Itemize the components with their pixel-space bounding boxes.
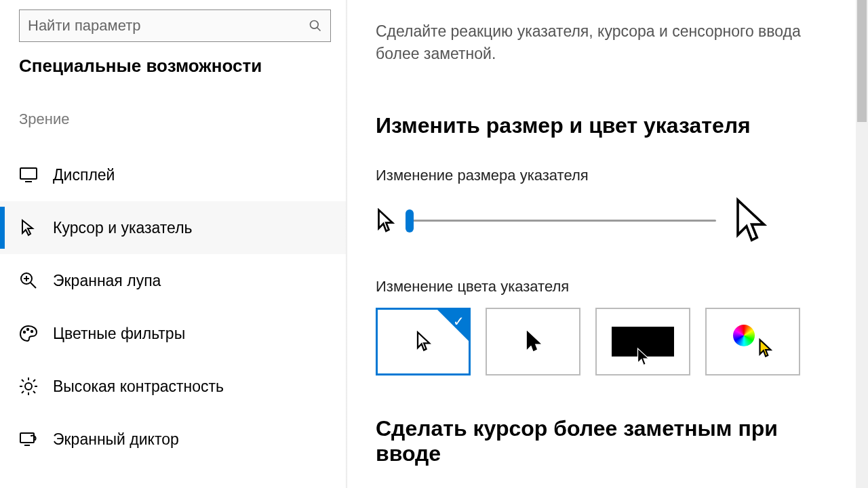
svg-line-5 bbox=[31, 283, 36, 288]
sidebar-item-label: Экранный диктор bbox=[53, 430, 179, 449]
search-input[interactable] bbox=[28, 17, 309, 35]
section-pointer-title: Изменить размер и цвет указателя bbox=[376, 113, 841, 138]
color-wheel-icon bbox=[733, 325, 755, 346]
scrollbar-thumb[interactable] bbox=[857, 0, 867, 122]
pointer-color-options: ✓ bbox=[376, 308, 841, 375]
svg-point-0 bbox=[311, 21, 319, 29]
magnifier-icon bbox=[19, 271, 38, 290]
pointer-size-row bbox=[376, 197, 769, 245]
narrator-icon bbox=[19, 430, 38, 449]
svg-point-10 bbox=[31, 331, 33, 332]
sidebar-item-display[interactable]: Дисплей bbox=[0, 148, 346, 201]
search-box[interactable] bbox=[19, 9, 331, 42]
panel-divider bbox=[346, 0, 348, 488]
sidebar-group-label: Зрение bbox=[19, 110, 346, 128]
svg-line-17 bbox=[33, 391, 35, 393]
sidebar-item-label: Экранная лупа bbox=[53, 272, 161, 290]
sidebar-item-label: Цветные фильтры bbox=[53, 325, 185, 343]
svg-point-8 bbox=[24, 331, 25, 333]
sidebar-item-narrator[interactable]: Экранный диктор bbox=[0, 413, 346, 466]
sidebar-item-label: Высокая контрастность bbox=[53, 378, 224, 396]
content-panel: Сделайте реакцию указателя, курсора и се… bbox=[346, 0, 868, 488]
pointer-color-label: Изменение цвета указателя bbox=[376, 278, 841, 296]
slider-thumb[interactable] bbox=[406, 209, 414, 232]
vertical-scrollbar[interactable] bbox=[856, 0, 868, 488]
svg-rect-20 bbox=[20, 433, 34, 443]
sidebar-item-label: Курсор и указатель bbox=[53, 219, 193, 237]
search-icon bbox=[309, 19, 322, 33]
sidebar: Специальные возможности Зрение Дисплей К… bbox=[0, 0, 346, 488]
palette-icon bbox=[19, 324, 38, 343]
cursor-icon bbox=[19, 218, 38, 237]
pointer-color-custom[interactable] bbox=[705, 308, 800, 375]
pointer-color-inverted[interactable] bbox=[595, 308, 690, 375]
sidebar-item-color-filters[interactable]: Цветные фильтры bbox=[0, 307, 346, 360]
check-icon: ✓ bbox=[453, 313, 465, 329]
cursor-small-icon bbox=[376, 208, 395, 234]
svg-rect-2 bbox=[20, 168, 37, 179]
sidebar-item-magnifier[interactable]: Экранная лупа bbox=[0, 254, 346, 307]
sidebar-item-label: Дисплей bbox=[53, 166, 115, 184]
pointer-size-label: Изменение размера указателя bbox=[376, 167, 841, 184]
svg-point-11 bbox=[25, 383, 32, 390]
cursor-large-icon bbox=[731, 197, 769, 245]
svg-line-19 bbox=[33, 380, 35, 382]
brightness-icon bbox=[19, 377, 38, 396]
svg-line-1 bbox=[317, 28, 321, 31]
section-cursor-title: Сделать курсор более заметным при вводе bbox=[376, 416, 841, 466]
pointer-size-slider[interactable] bbox=[410, 220, 716, 222]
pointer-color-black[interactable] bbox=[486, 308, 580, 375]
sidebar-item-high-contrast[interactable]: Высокая контрастность bbox=[0, 360, 346, 413]
svg-line-16 bbox=[22, 380, 24, 382]
pointer-color-white[interactable]: ✓ bbox=[376, 308, 471, 375]
svg-line-18 bbox=[22, 391, 24, 393]
sidebar-title: Специальные возможности bbox=[19, 56, 346, 77]
sidebar-item-cursor[interactable]: Курсор и указатель bbox=[0, 201, 346, 254]
svg-point-9 bbox=[27, 329, 28, 330]
intro-text: Сделайте реакцию указателя, курсора и се… bbox=[376, 20, 823, 66]
display-icon bbox=[19, 165, 38, 184]
